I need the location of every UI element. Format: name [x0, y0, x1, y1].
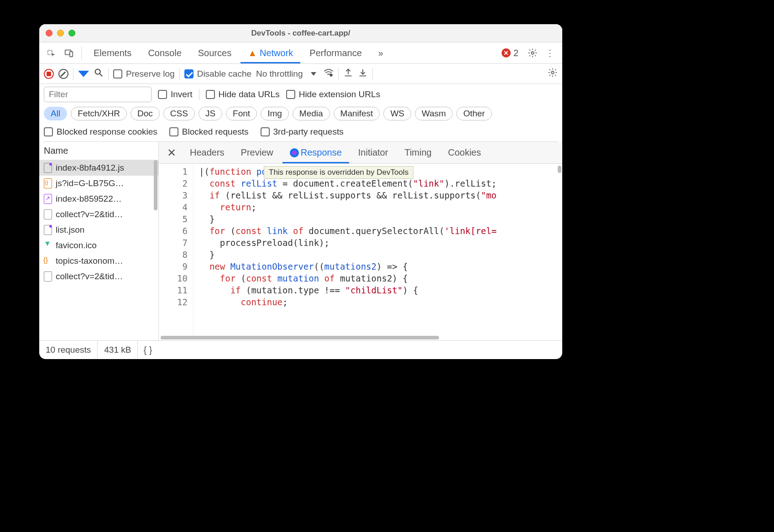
dtab-timing[interactable]: Timing: [397, 142, 439, 163]
file-json-icon: [44, 225, 52, 235]
blocked-requests-checkbox[interactable]: Blocked requests: [169, 127, 249, 137]
disable-cache-checkbox[interactable]: Disable cache: [184, 69, 251, 79]
filter-icon[interactable]: [78, 71, 89, 77]
request-row[interactable]: index-b859522…: [39, 191, 158, 207]
window-zoom-button[interactable]: [68, 30, 75, 37]
more-menu-icon[interactable]: ⋮: [542, 45, 558, 61]
code-content: |(function polyfil const relList = docum…: [194, 164, 562, 340]
svg-rect-2: [70, 52, 73, 57]
chip-media[interactable]: Media: [293, 107, 330, 120]
inspect-icon[interactable]: [44, 45, 59, 61]
request-row[interactable]: list.json: [39, 222, 158, 238]
preserve-log-checkbox[interactable]: Preserve log: [113, 69, 175, 79]
chip-ws[interactable]: WS: [383, 107, 411, 120]
window-traffic-lights: [46, 30, 75, 37]
separator: [179, 68, 180, 80]
blocked-cookies-checkbox[interactable]: Blocked response cookies: [44, 127, 157, 137]
tab-elements[interactable]: Elements: [86, 42, 139, 63]
network-filter-row: Invert Hide data URLs Hide extension URL…: [39, 84, 562, 142]
hide-data-urls-checkbox[interactable]: Hide data URLs: [206, 89, 280, 99]
import-har-icon[interactable]: [358, 68, 368, 80]
file-js-icon: [44, 163, 52, 173]
request-list-scrollbar[interactable]: [153, 142, 158, 340]
filter-input[interactable]: [44, 87, 152, 102]
resource-type-chips: All Fetch/XHR Doc CSS JS Font Img Media …: [44, 106, 558, 120]
window-titlebar: DevTools - coffee-cart.app/: [39, 24, 562, 42]
chip-fetch-xhr[interactable]: Fetch/XHR: [71, 107, 127, 120]
clear-button[interactable]: [58, 69, 68, 79]
request-name: topics-taxonom…: [56, 256, 123, 266]
third-party-checkbox[interactable]: 3rd-party requests: [261, 127, 344, 137]
dtab-initiator[interactable]: Initiator: [351, 142, 396, 163]
error-icon: ✕: [502, 48, 511, 57]
dtab-response[interactable]: Response: [282, 142, 349, 163]
status-transferred: 431 kB: [98, 341, 138, 359]
window-minimize-button[interactable]: [57, 30, 64, 37]
chip-font[interactable]: Font: [226, 107, 257, 120]
chip-img[interactable]: Img: [261, 107, 289, 120]
network-settings-gear-icon[interactable]: [548, 68, 558, 80]
request-row[interactable]: favicon.ico: [39, 238, 158, 253]
file-favicon-icon: [44, 240, 52, 250]
dtab-headers[interactable]: Headers: [183, 142, 232, 163]
svg-point-7: [551, 71, 554, 74]
checkbox-icon: [206, 90, 215, 99]
chip-doc[interactable]: Doc: [131, 107, 160, 120]
export-har-icon[interactable]: [343, 68, 353, 80]
error-count-badge[interactable]: ✕ 2: [502, 48, 518, 58]
hide-extension-urls-checkbox[interactable]: Hide extension URLs: [286, 89, 380, 99]
svg-point-4: [95, 69, 100, 74]
chip-manifest[interactable]: Manifest: [334, 107, 380, 120]
request-name: list.json: [56, 225, 84, 235]
invert-checkbox[interactable]: Invert: [158, 89, 193, 99]
code-horizontal-scrollbar[interactable]: [159, 335, 562, 340]
response-code-viewer[interactable]: 123456789101112 |(function polyfil const…: [159, 164, 562, 340]
settings-gear-icon[interactable]: [525, 45, 540, 61]
tab-sources[interactable]: Sources: [191, 42, 239, 63]
request-detail-tabs: ✕ Headers Preview Response Initiator Tim…: [159, 142, 562, 164]
throttling-select[interactable]: No throttling: [256, 69, 316, 79]
record-button[interactable]: [44, 69, 54, 79]
chip-wasm[interactable]: Wasm: [415, 107, 453, 120]
tabs-overflow[interactable]: »: [371, 42, 391, 63]
svg-line-5: [100, 73, 103, 76]
window-close-button[interactable]: [46, 30, 52, 37]
network-status-bar: 10 requests 431 kB { }: [39, 341, 562, 359]
request-list-header[interactable]: Name: [39, 142, 158, 160]
svg-rect-0: [48, 51, 52, 55]
request-name: favicon.ico: [56, 240, 97, 250]
request-name: index-b859522…: [56, 194, 122, 204]
file-json-icon: [44, 256, 52, 266]
device-toolbar-icon[interactable]: [61, 45, 77, 61]
separator: [372, 68, 373, 80]
checkbox-icon: [113, 69, 122, 78]
svg-point-6: [330, 74, 333, 76]
network-toolbar: Preserve log Disable cache No throttling: [39, 64, 562, 84]
chip-js[interactable]: JS: [199, 107, 222, 120]
checkbox-icon: [261, 127, 270, 136]
warning-icon: ▲: [248, 48, 257, 58]
request-row[interactable]: collect?v=2&tid…: [39, 269, 158, 284]
request-name: js?id=G-LB75G…: [56, 178, 124, 188]
search-icon[interactable]: [94, 68, 104, 80]
chip-all[interactable]: All: [44, 107, 67, 120]
request-row[interactable]: index-8bfa4912.js: [39, 160, 158, 176]
dtab-cookies[interactable]: Cookies: [441, 142, 488, 163]
dtab-preview[interactable]: Preview: [234, 142, 281, 163]
close-detail-button[interactable]: ✕: [162, 146, 181, 159]
request-row[interactable]: js?id=G-LB75G…: [39, 176, 158, 191]
file-doc-icon: [44, 271, 52, 282]
pretty-print-button[interactable]: { }: [138, 345, 157, 355]
tab-network[interactable]: ▲ Network: [241, 42, 300, 63]
chip-other[interactable]: Other: [456, 107, 492, 120]
status-requests-count: 10 requests: [39, 341, 98, 359]
request-row[interactable]: topics-taxonom…: [39, 253, 158, 269]
code-vertical-scrollbar[interactable]: [558, 166, 561, 173]
extra-checks-row: Blocked response cookies Blocked request…: [44, 124, 558, 142]
tab-console[interactable]: Console: [141, 42, 188, 63]
tab-performance[interactable]: Performance: [302, 42, 369, 63]
chip-css[interactable]: CSS: [163, 107, 195, 120]
network-conditions-icon[interactable]: [324, 68, 334, 80]
request-row[interactable]: collect?v=2&tid…: [39, 207, 158, 222]
override-indicator-icon: [290, 148, 299, 157]
